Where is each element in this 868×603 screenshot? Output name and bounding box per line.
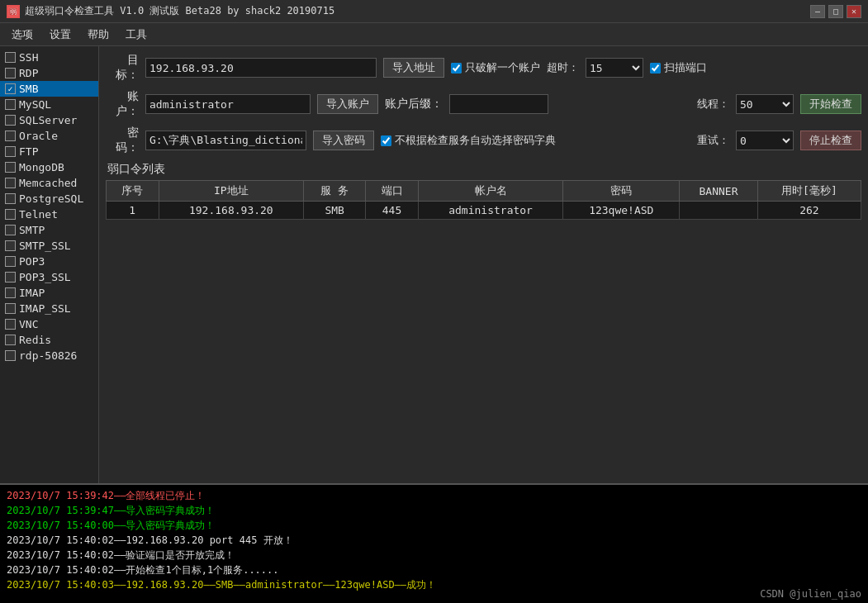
suffix-input[interactable] xyxy=(449,94,548,114)
sidebar-item-redis[interactable]: Redis xyxy=(0,332,98,348)
import-password-button[interactable]: 导入密码 xyxy=(313,131,374,150)
menu-settings[interactable]: 设置 xyxy=(41,24,79,45)
results-table: 序号 IP地址 服 务 端口 帐户名 密码 BANNER 用时[毫秒] 1192… xyxy=(106,180,861,220)
sidebar-item-mysql[interactable]: MySQL xyxy=(0,97,98,112)
table-cell-3: 445 xyxy=(366,202,419,220)
table-cell-7: 262 xyxy=(757,202,861,220)
sidebar-label-pop3: POP3 xyxy=(19,255,45,268)
stop-button[interactable]: 停止检查 xyxy=(800,131,861,150)
retry-select[interactable]: 0 1 2 xyxy=(736,131,794,150)
sidebar-item-ssh[interactable]: SSH xyxy=(0,50,98,65)
table-header-row: 序号 IP地址 服 务 端口 帐户名 密码 BANNER 用时[毫秒] xyxy=(107,181,861,202)
target-input[interactable] xyxy=(145,58,377,78)
sidebar-item-smtp[interactable]: SMTP xyxy=(0,222,98,238)
sidebar-label-rdp: RDP xyxy=(19,67,38,79)
maximize-button[interactable]: □ xyxy=(828,5,843,18)
close-button[interactable]: ✕ xyxy=(847,5,861,18)
password-input[interactable] xyxy=(145,131,306,150)
title-bar: 弱 超级弱口令检查工具 V1.0 测试版 Beta28 by shack2 20… xyxy=(0,0,868,23)
window-title: 超级弱口令检查工具 V1.0 测试版 Beta28 by shack2 2019… xyxy=(25,4,810,18)
auto-dict-checkbox-label[interactable]: 不根据检查服务自动选择密码字典 xyxy=(381,133,556,148)
scan-port-checkbox-label[interactable]: 扫描端口 xyxy=(650,60,707,75)
thread-label: 线程： xyxy=(697,97,729,112)
sidebar: SSHRDP✓SMBMySQLSQLServerOracleFTPMongoDB… xyxy=(0,46,99,483)
account-label: 账户： xyxy=(106,89,139,119)
sidebar-label-mysql: MySQL xyxy=(19,98,51,111)
sidebar-label-redis: Redis xyxy=(19,334,51,346)
sidebar-label-mongodb: MongoDB xyxy=(19,161,64,173)
sidebar-checkbox-imap_ssl xyxy=(5,303,16,314)
sidebar-checkbox-sqlserver xyxy=(5,115,16,126)
sidebar-item-pop3[interactable]: POP3 xyxy=(0,254,98,269)
account-input[interactable] xyxy=(145,94,311,114)
window-controls: — □ ✕ xyxy=(810,5,861,18)
sidebar-checkbox-oracle xyxy=(5,131,16,141)
sidebar-label-ssh: SSH xyxy=(19,51,38,64)
sidebar-item-memcached[interactable]: Memcached xyxy=(0,175,98,191)
sidebar-checkbox-ftp xyxy=(5,146,16,157)
sidebar-checkbox-rdp xyxy=(5,68,16,78)
col-ip: IP地址 xyxy=(159,181,304,202)
import-account-button[interactable]: 导入账户 xyxy=(317,94,378,114)
log-line-7: 2023/10/7 15:40:02——开始检查1个目标,1个服务...... xyxy=(7,563,861,577)
menu-help[interactable]: 帮助 xyxy=(79,24,117,45)
sidebar-label-sqlserver: SQLServer xyxy=(19,114,77,126)
only-one-checkbox-label[interactable]: 只破解一个账户 xyxy=(451,60,540,75)
sidebar-item-ftp[interactable]: FTP xyxy=(0,144,98,159)
auto-dict-label: 不根据检查服务自动选择密码字典 xyxy=(395,133,556,148)
timeout-select[interactable]: 15 30 60 xyxy=(586,58,643,78)
sidebar-checkbox-telnet xyxy=(5,209,16,220)
sidebar-item-imap_ssl[interactable]: IMAP_SSL xyxy=(0,301,98,316)
minimize-button[interactable]: — xyxy=(810,5,825,18)
retry-label: 重试： xyxy=(697,133,729,148)
sidebar-item-oracle[interactable]: Oracle xyxy=(0,128,98,144)
account-row: 账户： 导入账户 账户后缀： 线程： 50 100 开始检查 xyxy=(106,89,861,119)
sidebar-item-vnc[interactable]: VNC xyxy=(0,316,98,332)
thread-select[interactable]: 50 100 xyxy=(736,94,794,114)
auto-dict-checkbox[interactable] xyxy=(381,135,391,146)
col-time: 用时[毫秒] xyxy=(757,181,861,202)
only-one-checkbox[interactable] xyxy=(451,63,462,74)
password-label: 密码： xyxy=(106,126,139,155)
sidebar-item-rdp-50826[interactable]: rdp-50826 xyxy=(0,348,98,363)
sidebar-item-smb[interactable]: ✓SMB xyxy=(0,81,98,97)
log-line-6: 2023/10/7 15:40:02——验证端口是否开放完成！ xyxy=(7,548,861,563)
sidebar-item-telnet[interactable]: Telnet xyxy=(0,207,98,222)
sidebar-checkbox-pop3 xyxy=(5,256,16,267)
sidebar-item-rdp[interactable]: RDP xyxy=(0,65,98,81)
log-line-8: 2023/10/7 15:40:03——192.168.93.20——SMB——… xyxy=(7,577,861,592)
app-icon: 弱 xyxy=(7,5,20,18)
log-area: 2023/10/7 15:39:42——全部线程已停止！2023/10/7 15… xyxy=(0,483,868,603)
menu-tools[interactable]: 工具 xyxy=(117,24,155,45)
start-button[interactable]: 开始检查 xyxy=(800,94,861,114)
sidebar-item-mongodb[interactable]: MongoDB xyxy=(0,159,98,175)
sidebar-checkbox-postgresql xyxy=(5,193,16,204)
sidebar-label-memcached: Memcached xyxy=(19,177,77,189)
import-addr-button[interactable]: 导入地址 xyxy=(383,58,444,78)
sidebar-label-smtp_ssl: SMTP_SSL xyxy=(19,240,71,252)
scan-port-checkbox[interactable] xyxy=(650,63,661,74)
sidebar-item-smtp_ssl[interactable]: SMTP_SSL xyxy=(0,238,98,254)
sidebar-checkbox-vnc xyxy=(5,319,16,330)
table-row[interactable]: 1192.168.93.20SMB445administrator123qwe!… xyxy=(107,202,861,220)
sidebar-checkbox-mongodb xyxy=(5,162,16,173)
sidebar-checkbox-mysql xyxy=(5,99,16,110)
sidebar-label-rdp-50826: rdp-50826 xyxy=(19,349,77,362)
sidebar-label-vnc: VNC xyxy=(19,318,38,330)
sidebar-item-sqlserver[interactable]: SQLServer xyxy=(0,112,98,128)
sidebar-label-imap_ssl: IMAP_SSL xyxy=(19,302,71,315)
menu-options[interactable]: 选项 xyxy=(3,24,41,45)
log-line-2: 2023/10/7 15:39:47——导入密码字典成功！ xyxy=(7,503,861,518)
sidebar-item-pop3_ssl[interactable]: POP3_SSL xyxy=(0,269,98,285)
col-service: 服 务 xyxy=(304,181,366,202)
timeout-label: 超时： xyxy=(547,60,579,75)
col-username: 帐户名 xyxy=(418,181,563,202)
col-id: 序号 xyxy=(107,181,159,202)
table-cell-5: 123qwe!ASD xyxy=(563,202,680,220)
only-one-label: 只破解一个账户 xyxy=(465,60,540,75)
sidebar-item-imap[interactable]: IMAP xyxy=(0,285,98,301)
table-cell-2: SMB xyxy=(304,202,366,220)
svg-text:弱: 弱 xyxy=(10,8,17,16)
sidebar-checkbox-smtp xyxy=(5,225,16,235)
sidebar-item-postgresql[interactable]: PostgreSQL xyxy=(0,191,98,207)
